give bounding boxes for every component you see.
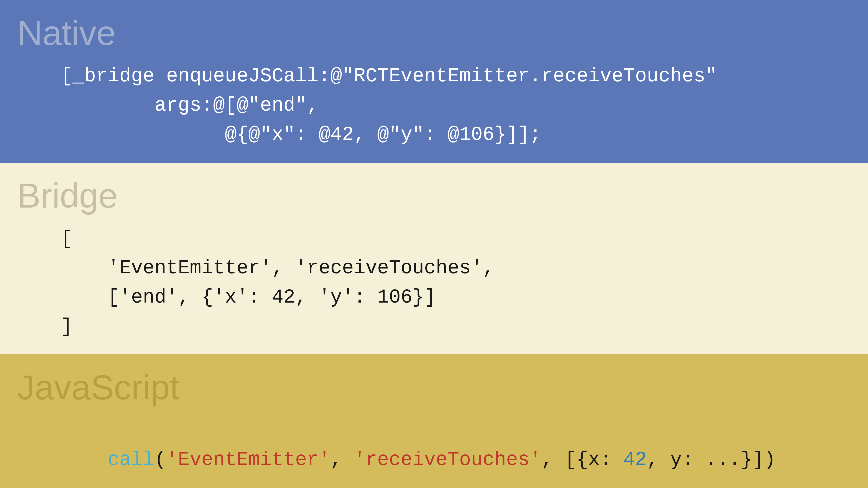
js-comma2: , [541, 449, 565, 471]
js-bracket-open: [{x: [565, 449, 623, 471]
native-label: Native [18, 13, 850, 53]
javascript-code-block: call('EventEmitter', 'receiveTouches', [… [18, 416, 850, 488]
js-arg2: 'receiveTouches' [354, 449, 541, 471]
native-code-line2: args:@[@"end", [61, 94, 318, 117]
bridge-code-line1: [ [61, 228, 72, 250]
bridge-label: Bridge [18, 176, 850, 216]
bridge-code-line2: 'EventEmitter', 'receiveTouches', [61, 257, 494, 279]
js-rest: , y: ...}]) [647, 449, 776, 471]
native-code-block: [_bridge enqueueJSCall:@"RCTEventEmitter… [18, 62, 850, 150]
js-number: 42 [623, 449, 647, 471]
js-open-paren: ( [155, 449, 166, 471]
bridge-code-block: [ 'EventEmitter', 'receiveTouches', ['en… [18, 224, 850, 341]
native-code-line3: @{@"x": @42, @"y": @106}]]; [61, 124, 541, 146]
bridge-code-line4: ] [61, 316, 72, 338]
js-comma1: , [330, 449, 354, 471]
javascript-section: JavaScript call('EventEmitter', 'receive… [0, 354, 868, 488]
js-call-keyword: call [107, 449, 155, 471]
native-section: Native [_bridge enqueueJSCall:@"RCTEvent… [0, 0, 868, 163]
bridge-code-line3: ['end', {'x': 42, 'y': 106}] [61, 286, 436, 308]
js-arg1: 'EventEmitter' [166, 449, 330, 471]
javascript-label: JavaScript [18, 367, 850, 407]
native-code-line1: [_bridge enqueueJSCall:@"RCTEventEmitter… [61, 65, 717, 87]
bridge-section: Bridge [ 'EventEmitter', 'receiveTouches… [0, 163, 868, 354]
